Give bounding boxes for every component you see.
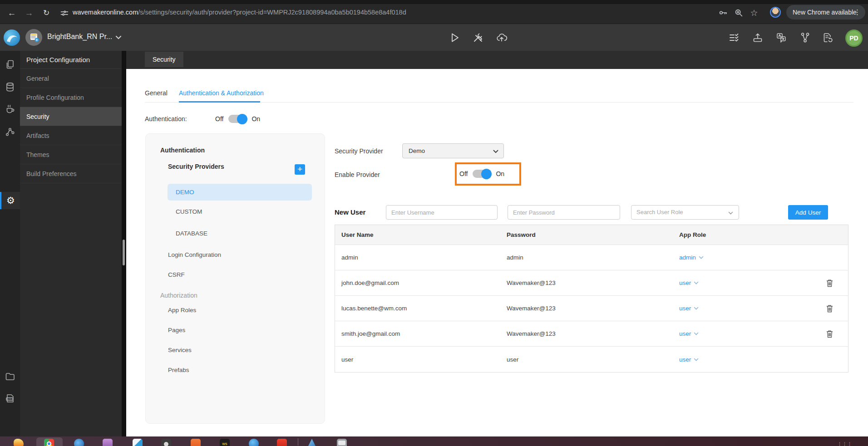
wavemaker-studio-icon[interactable]: ws <box>220 439 230 446</box>
add-provider-button[interactable]: + <box>295 164 305 175</box>
java-services-icon[interactable] <box>5 103 15 114</box>
authentication-toggle[interactable] <box>228 115 247 123</box>
screenshot-icon[interactable] <box>161 439 171 446</box>
software-store-icon[interactable] <box>191 439 201 446</box>
delete-user-icon[interactable] <box>825 304 834 313</box>
run-play-icon[interactable] <box>449 32 460 44</box>
delete-user-icon[interactable] <box>825 279 834 288</box>
browser-profile-avatar[interactable] <box>770 7 781 18</box>
provider-item-custom[interactable]: CUSTOM <box>176 208 202 215</box>
cell-username: user <box>335 356 507 363</box>
role-chevron-down-icon[interactable] <box>699 256 704 259</box>
username-input[interactable] <box>386 205 498 220</box>
chrome-update-button[interactable]: New Chrome available ⋮ <box>786 5 865 20</box>
database-icon[interactable] <box>5 82 15 93</box>
terminal-app-icon[interactable] <box>337 439 347 446</box>
toggle-knob[interactable] <box>237 114 247 124</box>
translate-icon[interactable] <box>775 32 787 44</box>
zoom-icon[interactable] <box>734 8 744 18</box>
tab-authentication-authorization[interactable]: Authentication & Authorization <box>179 89 264 97</box>
user-avatar[interactable]: PD <box>845 29 863 47</box>
role-chevron-down-icon[interactable] <box>694 332 699 335</box>
user-role-select[interactable]: Search User Role <box>631 205 739 220</box>
project-chevron-down-icon[interactable] <box>115 35 122 39</box>
gimp-icon[interactable] <box>14 439 24 446</box>
role-dropdown[interactable]: user <box>679 279 691 286</box>
dock-divider <box>298 438 298 446</box>
nav-item-csrf[interactable]: CSRF <box>168 271 185 278</box>
content-tab-strip: Security <box>126 51 868 69</box>
folder-icon[interactable] <box>5 371 15 382</box>
role-chevron-down-icon[interactable] <box>694 307 699 310</box>
col-header-approle: App Role <box>679 231 816 238</box>
browser-toolbar: ← → ↻ wavemakeronline.com/s/settings/sec… <box>0 0 868 24</box>
security-page-tab[interactable]: Security <box>145 52 183 67</box>
role-chevron-down-icon[interactable] <box>694 358 699 361</box>
apis-icon[interactable] <box>5 126 15 137</box>
files-icon[interactable] <box>103 439 113 446</box>
back-icon[interactable]: ← <box>6 8 17 19</box>
site-settings-icon[interactable] <box>60 9 70 19</box>
bookmark-star-icon[interactable]: ☆ <box>749 8 759 18</box>
role-chevron-down-icon[interactable] <box>694 281 699 284</box>
prism-app-icon[interactable] <box>307 439 317 446</box>
enable-provider-toggle[interactable] <box>473 170 491 178</box>
password-input[interactable] <box>508 205 620 220</box>
nav-item-services[interactable]: Services <box>168 347 192 353</box>
address-bar[interactable]: wavemakeronline.com/s/settings/security/… <box>73 9 406 16</box>
text-editor-icon[interactable] <box>133 439 143 446</box>
export-deploy-icon[interactable] <box>752 32 764 44</box>
checklist-icon[interactable] <box>728 32 740 44</box>
role-dropdown[interactable]: user <box>679 305 691 312</box>
chrome-update-label: New Chrome available <box>793 9 857 16</box>
sidebar-item-profile-configuration[interactable]: Profile Configuration <box>20 88 122 107</box>
password-key-icon[interactable] <box>718 8 728 18</box>
col-header-password: Password <box>507 231 679 238</box>
build-tools-icon[interactable] <box>472 32 484 44</box>
role-dropdown[interactable]: admin <box>679 254 696 261</box>
role-dropdown[interactable]: user <box>679 330 691 337</box>
cloud-upload-icon[interactable] <box>496 32 508 44</box>
nav-item-prefabs[interactable]: Prefabs <box>168 367 189 373</box>
sidebar-item-general[interactable]: General <box>20 69 122 88</box>
sidebar-item-security[interactable]: Security <box>20 107 122 126</box>
browser-menu-icon[interactable]: ⋮ <box>854 5 861 20</box>
tab-general[interactable]: General <box>145 89 168 97</box>
delete-user-icon[interactable] <box>825 329 834 338</box>
version-branch-icon[interactable] <box>799 32 811 44</box>
wavemaker-logo-icon <box>4 29 20 46</box>
thunderbird-icon[interactable] <box>74 439 84 446</box>
scrollbar-thumb[interactable] <box>123 240 125 265</box>
provider-item-database[interactable]: DATABASE <box>176 230 207 237</box>
sidebar-item-build-preferences[interactable]: Build Preferences <box>20 164 122 183</box>
add-user-button[interactable]: Add User <box>788 205 828 220</box>
sidebar-scrollbar[interactable] <box>122 51 126 436</box>
cell-password: admin <box>507 254 679 261</box>
toggle-knob[interactable] <box>481 169 492 179</box>
project-name[interactable]: BrightBank_RN Pr... <box>47 33 112 41</box>
file-sync-icon[interactable] <box>822 32 833 44</box>
chrome-icon[interactable] <box>44 439 54 446</box>
reload-icon[interactable]: ↻ <box>41 8 52 19</box>
role-dropdown[interactable]: user <box>679 356 691 363</box>
project-avatar-icon[interactable] <box>25 29 42 46</box>
authentication-toggle-group: Off On <box>215 115 260 123</box>
sidebar-item-themes[interactable]: Themes <box>20 145 122 164</box>
pages-icon[interactable] <box>5 59 15 70</box>
provider-item-demo[interactable]: DEMO <box>168 184 312 201</box>
cell-username: smith.joe@gmail.com <box>335 330 507 337</box>
nav-item-login-configuration[interactable]: Login Configuration <box>168 251 221 258</box>
nav-item-pages[interactable]: Pages <box>168 327 185 333</box>
nav-item-app-roles[interactable]: App Roles <box>168 307 196 314</box>
table-row: smith.joe@gmail.com Wavemaker@123 user <box>335 321 848 347</box>
cell-password: user <box>507 356 679 363</box>
logs-icon[interactable]: LOG <box>5 393 15 404</box>
help-icon[interactable] <box>249 439 259 446</box>
sidebar-item-artifacts[interactable]: Artifacts <box>20 126 122 145</box>
security-provider-select[interactable]: Demo <box>402 143 504 158</box>
forward-icon[interactable]: → <box>24 8 35 19</box>
show-apps-icon[interactable]: ⋮⋮⋮ <box>838 441 853 446</box>
settings-gear-icon[interactable]: ⚙ <box>0 192 20 209</box>
jdownloader-icon[interactable] <box>277 439 287 446</box>
sidebar-title: Project Configuration <box>20 51 122 69</box>
